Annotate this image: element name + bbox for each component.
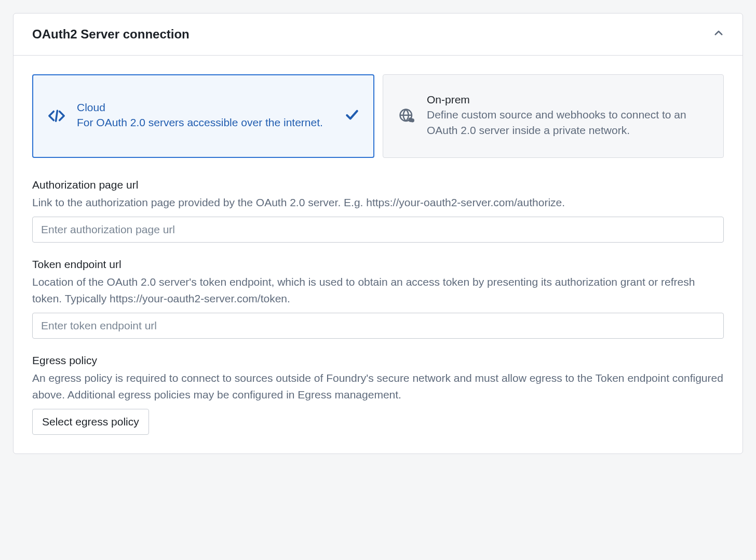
option-cloud-title: Cloud: [77, 101, 334, 114]
token-endpoint-input[interactable]: [32, 313, 724, 339]
connection-type-options: Cloud For OAuth 2.0 servers accessible o…: [32, 74, 724, 158]
globe-network-icon: [398, 108, 415, 124]
panel-body: Cloud For OAuth 2.0 servers accessible o…: [14, 56, 743, 454]
token-endpoint-help: Location of the OAuth 2.0 server's token…: [32, 274, 724, 306]
panel-title: OAuth2 Server connection: [32, 27, 190, 42]
option-onprem-content: On-prem Define custom source and webhook…: [427, 94, 709, 139]
check-icon: [345, 108, 359, 124]
code-icon: [48, 107, 65, 125]
egress-policy-group: Egress policy An egress policy is requir…: [32, 354, 724, 435]
option-onprem-title: On-prem: [427, 94, 709, 106]
option-cloud[interactable]: Cloud For OAuth 2.0 servers accessible o…: [32, 74, 374, 158]
svg-point-2: [411, 118, 415, 123]
egress-policy-label: Egress policy: [32, 354, 724, 367]
chevron-up-icon: [713, 28, 724, 41]
oauth2-connection-panel: OAuth2 Server connection Cloud For OAuth…: [13, 13, 743, 454]
authorization-url-help: Link to the authorization page provided …: [32, 194, 724, 211]
token-endpoint-group: Token endpoint url Location of the OAuth…: [32, 258, 724, 339]
option-onprem-desc: Define custom source and webhooks to con…: [427, 107, 709, 139]
option-cloud-content: Cloud For OAuth 2.0 servers accessible o…: [77, 101, 334, 130]
authorization-url-input[interactable]: [32, 217, 724, 243]
panel-header[interactable]: OAuth2 Server connection: [14, 14, 743, 56]
token-endpoint-label: Token endpoint url: [32, 258, 724, 271]
authorization-url-group: Authorization page url Link to the autho…: [32, 179, 724, 243]
authorization-url-label: Authorization page url: [32, 179, 724, 191]
select-egress-policy-button[interactable]: Select egress policy: [32, 409, 149, 435]
egress-policy-help: An egress policy is required to connect …: [32, 370, 724, 403]
option-cloud-desc: For OAuth 2.0 servers accessible over th…: [77, 115, 334, 130]
option-onprem[interactable]: On-prem Define custom source and webhook…: [383, 74, 724, 158]
